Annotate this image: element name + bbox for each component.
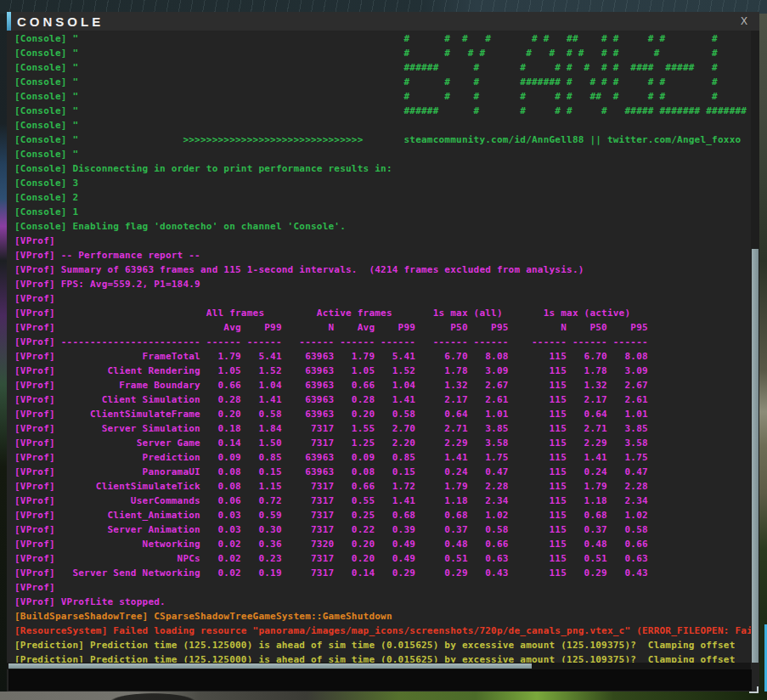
console-log[interactable]: [Console] " # # # # # # ## # # # # #[Con… [7,31,751,663]
console-line: [VProf] [14,234,751,248]
console-line: [VProf] Frame Boundary 0.66 1.04 63963 0… [14,378,751,392]
game-scene-left [0,14,7,700]
console-line: [VProf] Server Simulation 0.18 1.84 7317… [14,421,751,436]
console-line: [VProf] Summary of 63963 frames and 115 … [14,262,751,277]
console-line: [VProf] [14,580,751,595]
console-line: [ResourceSystem] Failed loading resource… [14,624,751,638]
console-line: [Console] Disconnecting in order to prin… [14,161,751,176]
console-line: [VProf] VProfLite stopped. [14,595,751,609]
console-line: [VProf] ------------------------ ------ … [14,335,751,349]
console-line: [Prediction] Prediction time (125.125000… [14,638,751,652]
console-line: [VProf] Server Game 0.14 1.50 7317 1.25 … [14,436,751,450]
console-line: [VProf] Client_Animation 0.03 0.59 7317 … [14,508,751,522]
console-line: [Console] 2 [14,190,751,205]
console-line: [Console] " # # # # # # ## # # # # [14,89,751,104]
console-line: [VProf] Networking 0.02 0.36 7320 0.20 0… [14,537,751,551]
game-scene-bottom [0,692,767,700]
console-line: [Console] 1 [14,205,751,219]
horizontal-scrollbar-thumb[interactable] [8,663,532,669]
console-line: [Console] " # # # # # # # # # # # # [14,46,751,60]
console-line: [VProf] [14,291,751,306]
game-background: CONSOLE X [Console] " # # # # # # ## # #… [0,0,767,700]
console-line: [VProf] Prediction 0.09 0.85 63963 0.09 … [14,450,751,465]
titlebar-accent-bar [7,12,11,31]
resize-handle[interactable] [749,686,759,693]
console-window: CONSOLE X [Console] " # # # # # # ## # #… [7,12,759,692]
vertical-scrollbar[interactable] [751,31,759,663]
console-line: [VProf] FrameTotal 1.79 5.41 63963 1.79 … [14,349,751,364]
console-line: [VProf] All frames Active frames 1s max … [14,306,751,320]
console-input[interactable] [8,669,752,691]
console-line: [VProf] ClientSimulateTick 0.08 1.15 731… [14,479,751,494]
console-line: [VProf] ClientSimulateFrame 0.20 0.58 63… [14,407,751,421]
console-line: [VProf] Avg P99 N Avg P99 P50 P95 N P50 … [14,320,751,335]
console-line: [BuildSparseShadowTree] CSparseShadowTre… [14,609,751,624]
console-line: [VProf] Client Rendering 1.05 1.52 63963… [14,364,751,378]
console-line: [Prediction] Prediction time (125.125000… [14,652,751,663]
console-titlebar[interactable]: CONSOLE X [7,12,759,31]
console-line: [VProf] PanoramaUI 0.08 0.15 63963 0.08 … [14,465,751,479]
console-line: [VProf] Server Send Networking 0.02 0.19… [14,566,751,580]
console-line: [Console] " # # # ####### # # # # # # # [14,75,751,89]
console-line: [VProf] -- Performance report -- [14,248,751,262]
console-line: [Console] " [14,147,751,161]
console-line: [Console] Enabling flag 'donotecho' on c… [14,219,751,234]
window-title: CONSOLE [17,14,104,29]
horizontal-scrollbar[interactable] [7,663,751,669]
console-line: [Console] " ###### # # # # # ##### #####… [14,104,751,118]
console-line: [VProf] NPCs 0.02 0.23 7317 0.20 0.49 0.… [14,551,751,566]
console-line: [VProf] UserCommands 0.06 0.72 7317 0.55… [14,494,751,508]
console-line: [VProf] Client Simulation 0.28 1.41 6396… [14,392,751,407]
game-scene-right [759,14,767,700]
console-line: [Console] " # # # # # # ## # # # # # [14,31,751,46]
console-line: [Console] " >>>>>>>>>>>>>>>>>>>>>>>>>>>>… [14,133,751,147]
console-line: [VProf] FPS: Avg=559.2, P1=184.9 [14,277,751,291]
console-line: [Console] " [14,118,751,133]
console-line: [VProf] Server Animation 0.03 0.30 7317 … [14,522,751,537]
vertical-scrollbar-thumb[interactable] [752,249,759,663]
console-line: [Console] " ###### # # # # # # # #### ##… [14,60,751,75]
console-line: [Console] 3 [14,176,751,190]
close-button[interactable]: X [741,15,747,27]
